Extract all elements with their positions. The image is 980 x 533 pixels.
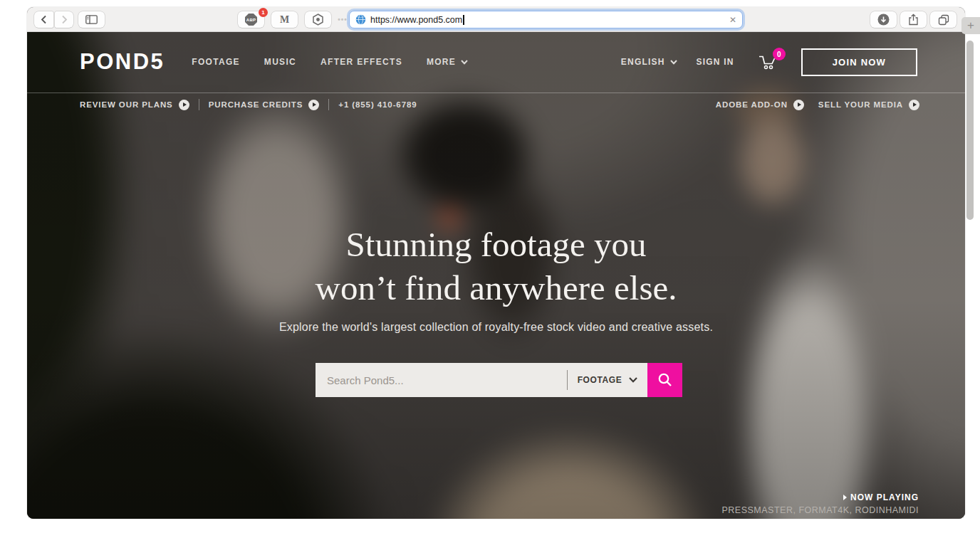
site-subheader: REVIEW OUR PLANS PURCHASE CREDITS +1 (85…: [80, 97, 919, 112]
now-playing-credits[interactable]: PRESSMASTER, FORMAT4K, RODINHAMIDI: [721, 505, 919, 515]
scrollbar-thumb[interactable]: [966, 41, 974, 220]
header-divider-line: [27, 93, 965, 93]
adblock-extension-button[interactable]: ABP 1: [238, 11, 264, 28]
adblock-icon: ABP: [245, 14, 257, 26]
sidebar-toggle-button[interactable]: [78, 11, 105, 28]
share-icon: [908, 14, 919, 26]
chevron-down-icon: [670, 60, 677, 65]
chevron-left-icon: [41, 15, 47, 24]
chevron-right-icon: [61, 15, 68, 24]
hexagon-icon: [312, 14, 324, 26]
text-caret: [463, 15, 464, 25]
downloads-button[interactable]: [870, 11, 897, 28]
hero-subtitle: Explore the world's largest collection o…: [27, 321, 965, 334]
search-button[interactable]: [647, 363, 682, 397]
share-button[interactable]: [900, 11, 927, 28]
circle-arrow-icon: [308, 100, 319, 110]
subheader-separator: [199, 99, 199, 110]
now-playing-label: NOW PLAYING: [721, 492, 919, 502]
chevron-down-icon: [461, 60, 468, 65]
browser-toolbar: ABP 1 M ••• https://www.pond5.com ✕: [27, 7, 965, 32]
hero-title-line1: Stunning footage you: [27, 223, 965, 266]
sidebar-icon: [85, 15, 98, 24]
hero-title-line2: won’t find anywhere else.: [27, 266, 965, 310]
m-extension-icon: M: [280, 14, 289, 26]
search-icon: [657, 372, 673, 388]
clear-url-icon[interactable]: ✕: [729, 15, 736, 25]
search-bar: FOOTAGE: [316, 363, 682, 397]
nav-item-music[interactable]: MUSIC: [264, 57, 296, 67]
language-selector[interactable]: ENGLISH: [621, 57, 677, 67]
phone-number: +1 (855) 410-6789: [338, 100, 417, 109]
cart-button[interactable]: 0: [758, 53, 778, 70]
back-button[interactable]: [34, 11, 53, 28]
url-text: https://www.pond5.com: [370, 15, 462, 25]
globe-icon: [355, 14, 366, 25]
new-tab-button[interactable]: +: [961, 17, 980, 34]
circle-arrow-icon: [179, 100, 189, 110]
purchase-credits-link[interactable]: PURCHASE CREDITS: [209, 100, 320, 110]
now-playing-panel: NOW PLAYING PRESSMASTER, FORMAT4K, RODIN…: [721, 492, 919, 515]
hexagon-extension-button[interactable]: [305, 11, 331, 28]
circle-arrow-icon: [793, 100, 804, 110]
search-category-dropdown[interactable]: FOOTAGE: [568, 363, 647, 397]
main-navigation: FOOTAGE MUSIC AFTER EFFECTS MORE: [192, 57, 468, 67]
forward-button[interactable]: [55, 11, 73, 28]
join-now-button[interactable]: JOIN NOW: [801, 48, 917, 76]
sign-in-link[interactable]: SIGN IN: [697, 57, 734, 67]
play-icon: [843, 495, 847, 500]
pond5-homepage: POND5 FOOTAGE MUSIC AFTER EFFECTS MORE E…: [27, 32, 965, 519]
review-plans-link[interactable]: REVIEW OUR PLANS: [80, 100, 189, 110]
nav-item-after-effects[interactable]: AFTER EFFECTS: [320, 57, 402, 67]
adblock-badge: 1: [259, 8, 268, 17]
header-right-controls: ENGLISH SIGN IN 0 JOIN NOW: [621, 48, 917, 76]
circle-arrow-icon: [909, 100, 919, 110]
subheader-separator: [328, 99, 329, 110]
browser-window: ABP 1 M ••• https://www.pond5.com ✕: [27, 7, 965, 519]
chevron-down-icon: [629, 377, 637, 383]
pond5-logo[interactable]: POND5: [80, 49, 165, 75]
adobe-addon-link[interactable]: ADOBE ADD-ON: [716, 100, 804, 110]
m-extension-button[interactable]: M: [271, 11, 298, 28]
search-input[interactable]: [316, 363, 567, 397]
hero-title: Stunning footage you won’t find anywhere…: [27, 223, 965, 310]
subheader-right-links: ADOBE ADD-ON SELL YOUR MEDIA: [716, 100, 919, 110]
cart-count-badge: 0: [773, 48, 786, 60]
download-icon: [877, 14, 890, 26]
site-header: POND5 FOOTAGE MUSIC AFTER EFFECTS MORE E…: [80, 43, 917, 80]
nav-item-more[interactable]: MORE: [427, 57, 468, 67]
nav-item-footage[interactable]: FOOTAGE: [192, 57, 240, 67]
sell-your-media-link[interactable]: SELL YOUR MEDIA: [818, 100, 919, 110]
tabs-icon: [938, 14, 949, 26]
tab-overview-button[interactable]: [930, 11, 956, 28]
address-bar[interactable]: https://www.pond5.com ✕: [349, 11, 743, 28]
